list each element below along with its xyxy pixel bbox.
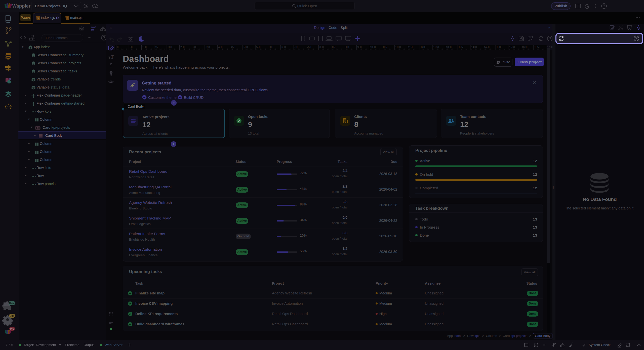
svg-text:250: 250: [180, 46, 185, 49]
svg-text:1300: 1300: [446, 46, 452, 49]
svg-text:1600: 1600: [522, 46, 528, 49]
svg-text:350: 350: [206, 46, 210, 49]
svg-text:T: T: [111, 55, 114, 60]
svg-text:5: 5: [67, 17, 68, 20]
svg-text:1400: 1400: [471, 46, 477, 49]
svg-text:100: 100: [142, 46, 147, 49]
svg-text:50: 50: [130, 46, 133, 49]
svg-text:850: 850: [332, 46, 336, 49]
svg-text:1650: 1650: [535, 46, 540, 49]
svg-text:600: 600: [269, 46, 273, 49]
svg-text:1000: 1000: [370, 46, 376, 49]
svg-text:900: 900: [345, 46, 349, 49]
svg-text:1350: 1350: [459, 46, 464, 49]
svg-text:400: 400: [218, 46, 223, 49]
svg-text:1050: 1050: [383, 46, 388, 49]
svg-text:5: 5: [37, 17, 39, 20]
svg-text:450: 450: [231, 46, 235, 49]
svg-text:1150: 1150: [408, 46, 414, 49]
svg-text:T: T: [108, 56, 110, 59]
svg-text:1450: 1450: [484, 46, 490, 49]
svg-text:Exp: Exp: [10, 315, 14, 317]
svg-text:200: 200: [168, 46, 172, 49]
svg-text:700: 700: [294, 46, 298, 49]
svg-text:800: 800: [319, 46, 324, 49]
svg-text:1250: 1250: [433, 46, 439, 49]
svg-text:1200: 1200: [421, 46, 426, 49]
svg-text:1100: 1100: [395, 46, 401, 49]
svg-text:650: 650: [281, 46, 286, 49]
svg-text:300: 300: [193, 46, 197, 49]
svg-text:1550: 1550: [509, 46, 515, 49]
svg-text:0: 0: [117, 46, 119, 49]
svg-text:950: 950: [357, 46, 362, 49]
svg-text:Beta: Beta: [9, 302, 15, 305]
svg-text:Pro: Pro: [10, 327, 14, 330]
svg-text:550: 550: [256, 46, 261, 49]
svg-text:150: 150: [155, 46, 159, 49]
svg-text:500: 500: [244, 46, 248, 49]
svg-text:1500: 1500: [497, 46, 502, 49]
svg-text:750: 750: [307, 46, 311, 49]
